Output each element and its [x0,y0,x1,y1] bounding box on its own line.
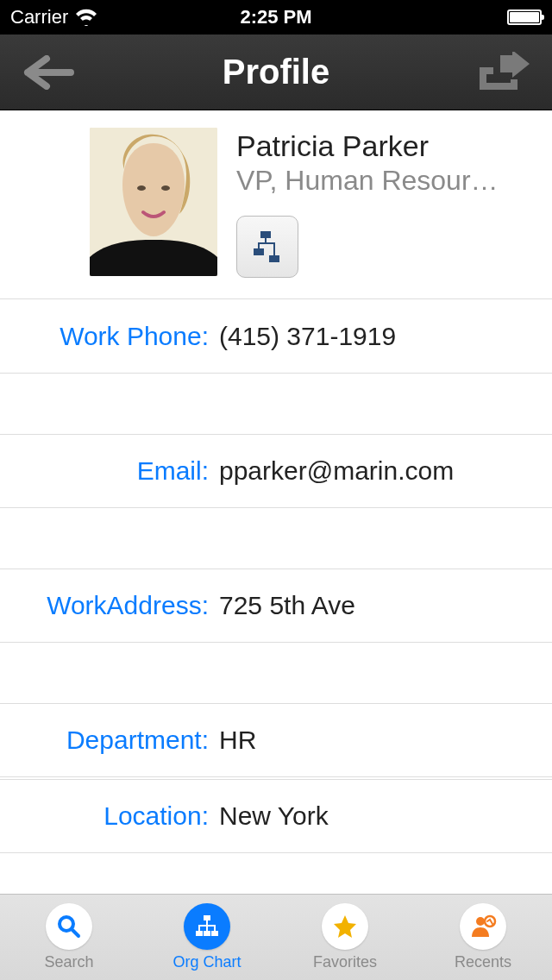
svg-rect-5 [269,255,279,262]
location-row[interactable]: Location: New York [0,779,552,853]
org-chart-button[interactable] [236,216,298,278]
svg-rect-3 [260,231,271,238]
svg-point-2 [161,185,170,191]
profile-header: Patricia Parker VP, Human Resour… [0,110,552,299]
tab-favorites-label: Favorites [313,953,377,971]
work-address-row[interactable]: WorkAddress: 725 5th Ave [0,569,552,643]
department-value: HR [219,726,531,755]
svg-rect-10 [204,931,210,936]
location-label: Location: [21,801,219,831]
star-icon [332,914,358,939]
work-phone-label: Work Phone: [21,322,219,351]
share-button[interactable] [474,52,531,93]
svg-point-12 [476,917,485,926]
tab-favorites[interactable]: Favorites [276,895,414,980]
nav-header: Profile [0,35,552,110]
work-phone-value: (415) 371-1919 [219,322,531,351]
page-title: Profile [223,53,329,91]
email-value: pparker@marin.com [219,456,531,486]
org-chart-icon [194,914,220,939]
tab-bar: Search Org Chart Favorites [0,894,552,980]
department-label: Department: [21,726,219,755]
person-name: Patricia Parker [236,129,531,163]
email-row[interactable]: Email: pparker@marin.com [0,434,552,508]
carrier-label: Carrier [10,6,68,28]
svg-line-7 [72,929,78,936]
tab-org-chart-label: Org Chart [172,953,241,971]
recents-icon [469,913,497,940]
tab-search[interactable]: Search [0,895,138,980]
work-address-label: WorkAddress: [21,591,219,620]
hierarchy-icon [250,229,285,264]
tab-recents[interactable]: Recents [414,895,552,980]
back-button[interactable] [21,55,74,90]
svg-point-13 [485,916,495,927]
svg-rect-8 [204,915,210,920]
person-title: VP, Human Resour… [236,165,531,197]
work-phone-row[interactable]: Work Phone: (415) 371-1919 [0,299,552,374]
wifi-icon [75,9,97,26]
profile-content: Patricia Parker VP, Human Resour… Work P… [0,110,552,894]
search-icon [56,914,82,939]
location-value: New York [219,801,531,831]
svg-point-1 [137,185,146,191]
status-bar: Carrier 2:25 PM [0,0,552,35]
tab-org-chart[interactable]: Org Chart [138,895,276,980]
svg-rect-4 [254,248,264,255]
clock: 2:25 PM [240,6,311,28]
battery-icon [507,9,542,25]
department-row[interactable]: Department: HR [0,703,552,777]
work-address-value: 725 5th Ave [219,591,531,620]
tab-recents-label: Recents [455,953,511,971]
email-label: Email: [21,456,219,486]
svg-rect-11 [211,931,218,936]
avatar [90,128,217,276]
tab-search-label: Search [44,953,93,971]
svg-rect-9 [196,931,203,936]
